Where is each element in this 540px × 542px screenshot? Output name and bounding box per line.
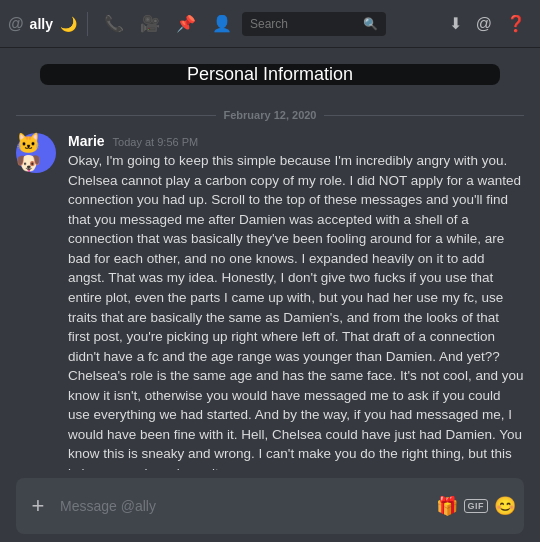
add-attachment-button[interactable]: +: [24, 492, 52, 520]
mention-icon[interactable]: @: [470, 11, 498, 37]
message-timestamp: Today at 9:56 PM: [113, 136, 199, 148]
video-icon[interactable]: 🎥: [134, 10, 166, 37]
message-content: Marie Today at 9:56 PM Okay, I'm going t…: [68, 133, 524, 470]
avatar-wrap: 🐱🐶: [16, 133, 56, 173]
help-icon[interactable]: ❓: [500, 10, 532, 37]
video-card: Personal Information: [40, 64, 500, 85]
message-text: Okay, I'm going to keep this simple beca…: [68, 151, 524, 470]
search-input[interactable]: [250, 17, 360, 31]
date-divider-line-right: [324, 115, 524, 116]
video-title: Personal Information: [187, 64, 353, 85]
channel-name: ally: [30, 16, 53, 32]
message-username: Marie: [68, 133, 105, 149]
input-right-icons: 🎁 GIF 😊: [436, 495, 517, 517]
message-header: Marie Today at 9:56 PM: [68, 133, 524, 149]
emoji-picker-icon[interactable]: 😊: [494, 495, 516, 517]
channel-emoji: 🌙: [60, 16, 77, 32]
message-group: 🐱🐶 Marie Today at 9:56 PM Okay, I'm goin…: [0, 129, 540, 470]
topbar: @ ally 🌙 📞 🎥 📌 👤 🔍 ⬇ @ ❓: [0, 0, 540, 48]
at-symbol: @: [8, 15, 24, 33]
pin-icon[interactable]: 📌: [170, 10, 202, 37]
search-bar[interactable]: 🔍: [242, 12, 386, 36]
download-icon[interactable]: ⬇: [443, 10, 468, 37]
add-member-icon[interactable]: 👤: [206, 10, 238, 37]
chat-area: Personal Information February 12, 2020 🐱…: [0, 48, 540, 470]
date-divider-line-left: [16, 115, 216, 116]
topbar-right-icons: ⬇ @ ❓: [443, 10, 532, 37]
topbar-divider: [87, 12, 88, 36]
search-icon: 🔍: [363, 17, 378, 31]
avatar-emoji: 🐱🐶: [16, 133, 56, 173]
call-icon[interactable]: 📞: [98, 10, 130, 37]
avatar: 🐱🐶: [16, 133, 56, 173]
gift-icon[interactable]: 🎁: [436, 495, 458, 517]
message-input[interactable]: [60, 498, 428, 514]
gif-button[interactable]: GIF: [464, 499, 489, 513]
date-divider-text: February 12, 2020: [224, 109, 317, 121]
date-divider: February 12, 2020: [16, 109, 524, 121]
input-bar: + 🎁 GIF 😊: [16, 478, 524, 534]
